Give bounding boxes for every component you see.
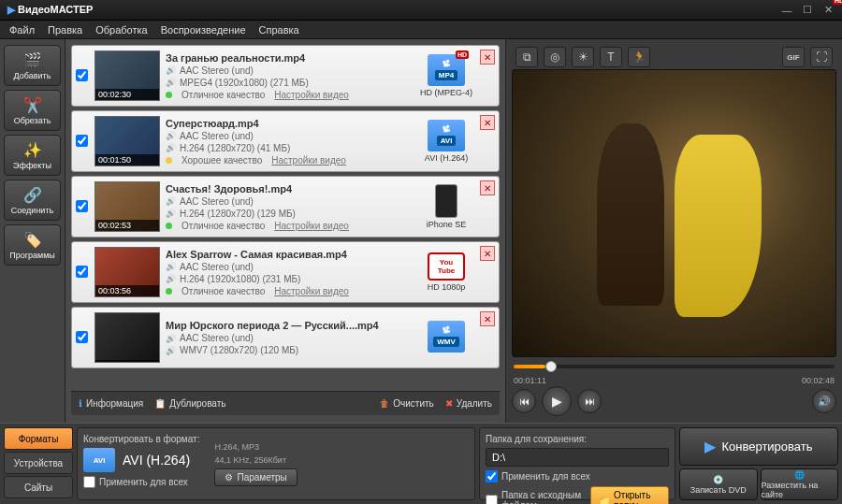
file-checkbox[interactable] xyxy=(76,331,88,343)
file-name: Alex Sparrow - Самая красивая.mp4 xyxy=(166,249,413,260)
file-list: 00:02:30За гранью реальности.mp4AAC Ster… xyxy=(71,45,500,391)
sidebar-effects-button[interactable]: ✨Эффекты xyxy=(4,135,61,176)
apply-all-format-checkbox[interactable]: Применить для всех xyxy=(83,476,199,488)
fullscreen-icon[interactable]: ⛶ xyxy=(810,47,833,67)
remove-file-button[interactable]: ✕ xyxy=(480,180,495,195)
sidebar-programs-button[interactable]: 🏷️Программы xyxy=(4,224,61,266)
format-icon: AVI xyxy=(83,448,115,472)
tab-formats[interactable]: Форматы xyxy=(4,427,73,450)
sidebar-join-button[interactable]: 🔗Соединить xyxy=(4,180,61,221)
add-icon: 🎬 xyxy=(23,50,42,69)
audio-info: AAC Stereo (und) xyxy=(166,196,413,207)
menu-help[interactable]: Справка xyxy=(259,24,299,36)
target-label: HD (MPEG-4) xyxy=(420,88,472,97)
app-title: ВидеоМАСТЕР xyxy=(7,4,93,16)
format-selector[interactable]: AVI AVI (H.264) xyxy=(83,448,199,472)
file-item[interactable]: 00:01:50Суперстюард.mp4AAC Stereo (und)H… xyxy=(71,110,500,172)
remove-file-button[interactable]: ✕ xyxy=(480,115,495,130)
audio-info: AAC Stereo (und) xyxy=(166,262,413,272)
audio-info: AAC Stereo (und) xyxy=(166,333,413,343)
source-folder-checkbox[interactable]: Папка с исходным файлом xyxy=(486,490,590,504)
file-checkbox[interactable] xyxy=(76,135,88,147)
duration-label: 00:03:56 xyxy=(95,285,159,296)
remove-file-button[interactable]: ✕ xyxy=(480,246,495,261)
delete-button[interactable]: Удалить xyxy=(445,398,492,409)
play-button[interactable]: ▶ xyxy=(542,386,572,416)
remove-file-button[interactable]: ✕ xyxy=(480,311,495,326)
save-panel: Папка для сохранения: D:\ Применить для … xyxy=(479,427,675,500)
list-toolbar: Информация Дублировать Очистить Удалить xyxy=(71,391,500,415)
quality-label: Отличное качество xyxy=(181,221,265,231)
format-icon: 📽WMV xyxy=(428,321,465,353)
seek-handle[interactable] xyxy=(545,361,557,372)
tab-sites[interactable]: Сайты xyxy=(4,476,73,498)
file-thumbnail[interactable]: 00:03:56 xyxy=(94,247,160,297)
speed-tool-icon[interactable]: 🏃 xyxy=(628,47,650,67)
join-icon: 🔗 xyxy=(23,185,42,204)
menu-playback[interactable]: Воспроизведение xyxy=(161,24,246,36)
seek-bar[interactable] xyxy=(512,357,836,376)
file-thumbnail[interactable] xyxy=(94,312,160,363)
sidebar: 🎬Добавить ✂️Обрезать ✨Эффекты 🔗Соединить… xyxy=(0,39,65,423)
format-category-tabs: Форматы Устройства Сайты xyxy=(4,427,73,500)
menu-edit[interactable]: Правка xyxy=(48,24,82,36)
video-settings-link[interactable]: Настройки видео xyxy=(274,286,349,296)
volume-button[interactable]: 🔊 xyxy=(812,389,836,413)
remove-file-button[interactable]: ✕ xyxy=(480,50,495,65)
file-item[interactable]: Мир Юрского периода 2 — Русский....mp4AA… xyxy=(71,307,500,368)
video-preview[interactable] xyxy=(512,69,836,357)
text-tool-icon[interactable]: T xyxy=(600,47,622,67)
snapshot-tool-icon[interactable]: ◎ xyxy=(544,47,566,67)
file-checkbox[interactable] xyxy=(76,266,88,278)
time-current: 00:01:11 xyxy=(514,376,546,385)
video-info: H.264 (1280x720) (129 МБ) xyxy=(166,209,413,219)
info-button[interactable]: Информация xyxy=(79,398,143,409)
tab-devices[interactable]: Устройства xyxy=(4,452,73,474)
close-window-button[interactable]: ✕ xyxy=(821,4,835,17)
file-checkbox[interactable] xyxy=(76,69,88,81)
gif-button[interactable]: GIF xyxy=(782,47,805,67)
quality-label: Отличное качество xyxy=(181,90,265,100)
video-info: H.264 (1920x1080) (231 МБ) xyxy=(166,274,413,284)
file-checkbox[interactable] xyxy=(76,200,88,212)
burn-dvd-button[interactable]: 💿Записать DVD xyxy=(679,468,758,500)
apply-all-save-checkbox[interactable]: Применить для всех xyxy=(486,470,669,482)
file-name: Мир Юрского периода 2 — Русский....mp4 xyxy=(166,320,413,331)
file-list-panel: 00:02:30За гранью реальности.mp4AAC Ster… xyxy=(65,39,505,423)
video-settings-link[interactable]: Настройки видео xyxy=(274,90,349,100)
sidebar-crop-button[interactable]: ✂️Обрезать xyxy=(4,90,61,131)
format-icon: 📽AVI xyxy=(428,120,465,151)
video-settings-link[interactable]: Настройки видео xyxy=(271,155,346,166)
video-settings-link[interactable]: Настройки видео xyxy=(274,221,349,231)
file-thumbnail[interactable]: 00:02:53 xyxy=(94,181,160,232)
effects-icon: ✨ xyxy=(23,140,42,159)
save-path-field[interactable]: D:\ xyxy=(486,448,669,467)
next-button[interactable]: ⏭ xyxy=(577,389,602,413)
file-item[interactable]: 00:02:30За гранью реальности.mp4AAC Ster… xyxy=(71,45,500,107)
menu-file[interactable]: Файл xyxy=(9,24,35,36)
save-folder-label: Папка для сохранения: xyxy=(486,434,669,444)
file-thumbnail[interactable]: 00:02:30 xyxy=(94,50,160,101)
preview-toolbar: ⧉ ◎ ☀ T 🏃 GIF ⛶ xyxy=(512,45,836,69)
maximize-button[interactable]: ☐ xyxy=(801,4,814,17)
crop-tool-icon[interactable]: ⧉ xyxy=(515,47,538,67)
parameters-button[interactable]: Параметры xyxy=(214,468,297,486)
convert-button[interactable]: Конвертировать xyxy=(679,427,838,466)
brightness-tool-icon[interactable]: ☀ xyxy=(572,47,594,67)
menu-process[interactable]: Обработка xyxy=(95,24,147,36)
file-item[interactable]: 00:03:56Alex Sparrow - Самая красивая.mp… xyxy=(71,241,500,303)
sidebar-add-button[interactable]: 🎬Добавить xyxy=(4,45,61,86)
minimize-button[interactable]: — xyxy=(780,4,793,17)
preview-panel: ⧉ ◎ ☀ T 🏃 GIF ⛶ 00:01:11 00:02:48 ⏮ ▶ ⏭ … xyxy=(505,39,842,423)
audio-info: AAC Stereo (und) xyxy=(166,131,413,141)
clear-button[interactable]: Очистить xyxy=(380,398,434,409)
file-thumbnail[interactable]: 00:01:50 xyxy=(94,116,160,166)
open-folder-button[interactable]: Открыть папку xyxy=(590,486,669,504)
file-item[interactable]: 00:02:53Счастья! Здоровья!.mp4AAC Stereo… xyxy=(71,176,500,238)
crop-icon: ✂️ xyxy=(23,95,42,114)
duplicate-button[interactable]: Дублировать xyxy=(154,398,225,409)
iphone-icon xyxy=(435,184,457,218)
prev-button[interactable]: ⏮ xyxy=(512,389,536,413)
menu-bar: Файл Правка Обработка Воспроизведение Сп… xyxy=(0,21,842,39)
upload-button[interactable]: 🌐Разместить на сайте xyxy=(761,468,839,500)
